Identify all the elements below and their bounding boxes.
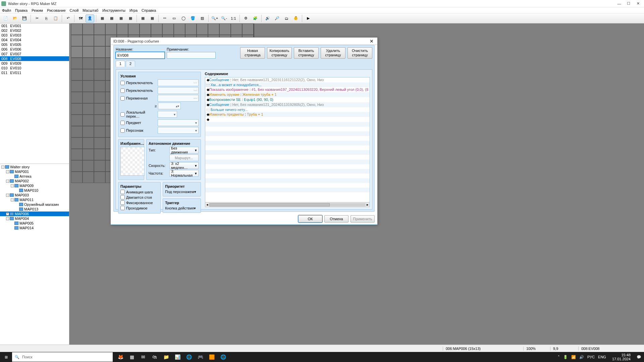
taskbar-rpgmaker[interactable]: 🎮 [195,352,206,362]
tray-up-icon[interactable]: ˄ [558,355,560,359]
route-button[interactable]: Маршрут... [169,155,199,161]
tree-node[interactable]: +MAP006 [0,212,69,216]
paste-icon[interactable]: 📋 [51,14,60,22]
taskbar-store[interactable]: 🛍 [149,352,160,362]
event-row[interactable]: 001EV001 [0,23,69,28]
command-list[interactable]: ◆Сообщение : Нет, Без названия121_202311… [205,77,370,202]
name-input[interactable] [116,52,165,59]
note-input[interactable] [167,52,216,59]
menu-Рисование[interactable]: Рисование [47,8,65,12]
close-button[interactable]: ✕ [633,1,643,6]
maximize-button[interactable]: ☐ [624,1,633,6]
command-line[interactable]: ◆Сообщение : Нет, Без названия121_202311… [205,77,370,82]
paste-page-button[interactable]: Вставить страницу [294,47,319,59]
playtest-icon[interactable]: ▶ [304,14,313,22]
clear-page-button[interactable]: Очистить страницу [347,47,372,59]
layer3-icon[interactable]: ▦ [117,14,125,22]
tree-node[interactable]: MAP010 [0,188,69,193]
command-line[interactable]: : : Больше ничего нету... [205,107,370,112]
switch1-check[interactable] [120,81,125,85]
save-project-icon[interactable]: 💾 [20,14,29,22]
actor-select[interactable]: ▾ [158,127,199,134]
taskbar-explorer[interactable]: 📁 [160,352,172,362]
switch2-check[interactable] [120,88,125,93]
event-row[interactable]: 006EV006 [0,47,69,52]
taskbar-taskview[interactable]: ▦ [126,352,138,362]
event-row[interactable]: 004EV004 [0,38,69,42]
event-row[interactable]: 009EV009 [0,61,69,66]
fill-icon[interactable]: 🪣 [189,14,197,22]
event-row[interactable]: 011EV011 [0,70,69,75]
freq-select[interactable]: 3: Нормальная▾ [169,170,199,177]
var-value[interactable]: ▴▾ [158,103,181,109]
step-anim-check[interactable] [120,195,125,199]
undo-icon[interactable]: ↶ [64,14,72,22]
menu-Масштаб[interactable]: Масштаб [83,8,98,12]
item-select[interactable]: ▾ [158,119,199,126]
command-line[interactable]: ◆Воспроизвести SE : Equip1 (90, 90, 0) [205,97,370,102]
tree-node[interactable]: -Walter story [0,165,69,169]
rect-icon[interactable]: ▭ [170,14,178,22]
zoom-in-icon[interactable]: 🔍+ [210,14,219,22]
apply-button[interactable]: Применить [351,215,375,223]
tray-clock[interactable]: 15:4817.01.2024 [609,353,633,361]
movement-type-select[interactable]: Без движения▾ [169,147,199,154]
trigger-select[interactable]: Кнопка действия▾ [165,206,198,210]
taskbar-search[interactable]: 🔍 Поиск [12,352,113,362]
layer4-icon[interactable]: ▦ [126,14,135,22]
eventsearch-icon[interactable]: 🔎 [273,14,281,22]
menu-Слой[interactable]: Слой [70,8,79,12]
page-tab-1[interactable]: 1 [116,61,125,67]
command-line[interactable]: ◆ [205,117,370,122]
command-line[interactable]: ◆Сообщение : Нет, Без названия121_202401… [205,102,370,107]
actor-check[interactable] [120,128,125,133]
database-icon[interactable]: ⚙ [241,14,250,22]
shadow-icon[interactable]: ▦ [139,14,147,22]
tree-node[interactable]: MAP013 [0,207,69,212]
delete-page-button[interactable]: Удалить страницу [321,47,345,59]
image-preview[interactable] [120,147,145,176]
resource-icon[interactable]: 🗂 [282,14,291,22]
event-row[interactable]: 005EV005 [0,42,69,47]
taskbar-chrome[interactable]: 🌐 [183,352,195,362]
tree-node[interactable]: -MAP002 [0,179,69,183]
pencil-icon[interactable]: ✏ [160,14,169,22]
taskbar-mail[interactable]: ✉ [138,352,149,362]
sound-icon[interactable]: 🔊 [263,14,272,22]
tree-node[interactable]: -MAP001 [0,169,69,174]
zoom-actual-icon[interactable]: 1:1 [229,14,238,22]
start-button[interactable]: ⊞ [0,352,12,362]
switch2-select[interactable]: ⋯ [158,87,199,94]
dir-fix-check[interactable] [120,200,125,205]
menu-Правка[interactable]: Правка [15,8,28,12]
menu-Режим[interactable]: Режим [32,8,43,12]
selfswitch-select[interactable]: ▾ [158,111,177,118]
switch1-select[interactable]: ⋯ [158,79,199,86]
zoom-out-icon[interactable]: 🔍- [220,14,228,22]
through-check[interactable] [120,206,125,210]
layer1-icon[interactable]: ▦ [98,14,107,22]
dialog-close-icon[interactable]: ✕ [369,39,375,44]
new-project-icon[interactable]: 📄 [1,14,10,22]
dialog-titlebar[interactable]: ID:008 - Редактор события ✕ [111,38,377,45]
walk-anim-check[interactable] [120,190,125,194]
tray-wifi-icon[interactable]: 📶 [571,355,576,359]
speed-select[interactable]: 3: x2 медлен…▾ [169,162,199,169]
menu-Файл[interactable]: Файл [2,8,11,12]
item-check[interactable] [120,121,125,125]
tree-node[interactable]: MAP014 [0,226,69,230]
page-tab-2[interactable]: 2 [126,61,135,67]
region-icon[interactable]: ▦ [148,14,157,22]
map-tree[interactable]: -Walter story-MAP001Аптека-MAP002-MAP009… [0,164,69,347]
event-mode-icon[interactable]: 👤 [86,14,94,22]
cancel-button[interactable]: Отмена [324,215,348,223]
taskbar-app2[interactable]: 🟧 [206,352,217,362]
event-list[interactable]: 001EV001002EV002003EV003004EV004005EV005… [0,23,69,164]
ellipse-icon[interactable]: ◯ [179,14,188,22]
shadowpen-icon[interactable]: ▨ [198,14,207,22]
menu-Справка[interactable]: Справка [142,8,156,12]
tray-kb[interactable]: ENG [598,355,606,359]
minimize-button[interactable]: — [614,2,624,6]
copy-icon[interactable]: ⎘ [42,14,51,22]
plugin-icon[interactable]: 🧩 [251,14,260,22]
